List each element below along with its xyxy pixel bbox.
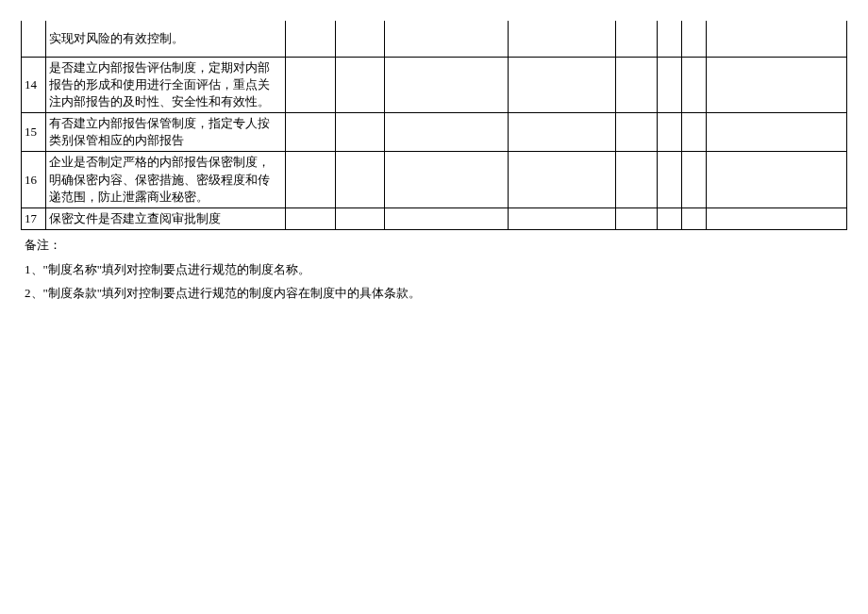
cell-empty xyxy=(286,21,336,57)
cell-empty xyxy=(657,113,681,152)
cell-empty xyxy=(682,208,707,230)
table-row: 17 保密文件是否建立查阅审批制度 xyxy=(22,208,847,230)
cell-empty xyxy=(707,113,847,152)
notes-label: 备注： xyxy=(25,234,847,256)
cell-empty xyxy=(335,113,385,152)
table-row: 实现对风险的有效控制。 xyxy=(22,21,847,57)
table-row: 15 有否建立内部报告保管制度，指定专人按类别保管相应的内部报告 xyxy=(22,113,847,152)
cell-desc: 有否建立内部报告保管制度，指定专人按类别保管相应的内部报告 xyxy=(46,113,286,152)
cell-empty xyxy=(682,57,707,113)
cell-empty xyxy=(509,208,616,230)
cell-empty xyxy=(616,113,658,152)
cell-empty xyxy=(385,113,509,152)
notes-section: 备注： 1、"制度名称"填列对控制要点进行规范的制度名称。 2、"制度条款"填列… xyxy=(21,234,847,304)
cell-empty xyxy=(385,152,509,208)
cell-empty xyxy=(616,57,658,113)
cell-empty xyxy=(707,57,847,113)
cell-num: 17 xyxy=(22,208,46,230)
cell-empty xyxy=(707,21,847,57)
checklist-table: 实现对风险的有效控制。 14 是否建立内部报告评估制度，定期对内部报告的形成和使… xyxy=(21,21,847,230)
cell-empty xyxy=(385,57,509,113)
cell-num: 14 xyxy=(22,57,46,113)
cell-empty xyxy=(657,21,681,57)
cell-empty xyxy=(509,152,616,208)
cell-desc: 保密文件是否建立查阅审批制度 xyxy=(46,208,286,230)
cell-empty xyxy=(707,152,847,208)
cell-empty xyxy=(682,152,707,208)
cell-empty xyxy=(657,208,681,230)
cell-empty xyxy=(682,113,707,152)
cell-empty xyxy=(335,21,385,57)
cell-empty xyxy=(335,152,385,208)
cell-empty xyxy=(286,57,336,113)
cell-empty xyxy=(707,208,847,230)
cell-empty xyxy=(385,21,509,57)
table-row: 16 企业是否制定严格的内部报告保密制度，明确保密内容、保密措施、密级程度和传递… xyxy=(22,152,847,208)
cell-empty xyxy=(657,57,681,113)
cell-empty xyxy=(286,113,336,152)
cell-empty xyxy=(335,208,385,230)
notes-item: 2、"制度条款"填列对控制要点进行规范的制度内容在制度中的具体条款。 xyxy=(25,282,847,304)
cell-empty xyxy=(286,208,336,230)
cell-num: 16 xyxy=(22,152,46,208)
cell-empty xyxy=(385,208,509,230)
cell-empty xyxy=(682,21,707,57)
cell-empty xyxy=(657,152,681,208)
cell-empty xyxy=(616,208,658,230)
cell-empty xyxy=(509,21,616,57)
cell-empty xyxy=(616,21,658,57)
cell-empty xyxy=(509,57,616,113)
cell-num: 15 xyxy=(22,113,46,152)
notes-item: 1、"制度名称"填列对控制要点进行规范的制度名称。 xyxy=(25,258,847,280)
cell-empty xyxy=(335,57,385,113)
cell-desc: 企业是否制定严格的内部报告保密制度，明确保密内容、保密措施、密级程度和传递范围，… xyxy=(46,152,286,208)
cell-empty xyxy=(509,113,616,152)
table-row: 14 是否建立内部报告评估制度，定期对内部报告的形成和使用进行全面评估，重点关注… xyxy=(22,57,847,113)
cell-desc: 实现对风险的有效控制。 xyxy=(46,21,286,57)
cell-desc: 是否建立内部报告评估制度，定期对内部报告的形成和使用进行全面评估，重点关注内部报… xyxy=(46,57,286,113)
cell-num xyxy=(22,21,46,57)
cell-empty xyxy=(616,152,658,208)
page-container: 实现对风险的有效控制。 14 是否建立内部报告评估制度，定期对内部报告的形成和使… xyxy=(0,0,868,304)
cell-empty xyxy=(286,152,336,208)
